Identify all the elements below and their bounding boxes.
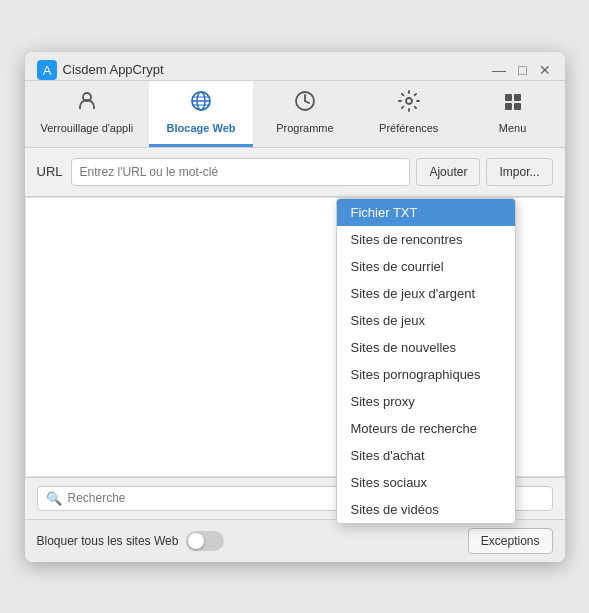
toolbar-item-app-lock[interactable]: Verrouillage d'appli (25, 81, 150, 147)
minimize-button[interactable]: — (490, 62, 508, 78)
search-icon: 🔍 (46, 491, 62, 506)
url-bar-area: URL Ajouter Impor... (25, 148, 565, 197)
toolbar-item-web-block[interactable]: Blocage Web (149, 81, 253, 147)
svg-rect-12 (505, 94, 512, 101)
dropdown-item-search[interactable]: Moteurs de recherche (337, 415, 515, 442)
dropdown-item-dating[interactable]: Sites de rencontres (337, 226, 515, 253)
footer-left: Bloquer tous les sites Web (37, 531, 225, 551)
svg-rect-14 (505, 103, 512, 110)
main-list-area: Fichier TXT Sites de rencontres Sites de… (25, 197, 565, 477)
exceptions-button[interactable]: Exceptions (468, 528, 553, 554)
dropdown-item-email[interactable]: Sites de courriel (337, 253, 515, 280)
dropdown-item-video[interactable]: Sites de vidéos (337, 496, 515, 523)
title-bar-left: A Cisdem AppCrypt (37, 60, 164, 80)
window-controls: — □ ✕ (490, 62, 552, 78)
url-label: URL (37, 164, 65, 179)
schedule-icon (293, 89, 317, 119)
app-lock-icon (75, 89, 99, 119)
toolbar-item-menu[interactable]: Menu (461, 81, 565, 147)
block-all-toggle[interactable] (186, 531, 224, 551)
block-all-label: Bloquer tous les sites Web (37, 534, 179, 548)
dropdown-item-proxy[interactable]: Sites proxy (337, 388, 515, 415)
dropdown-item-social[interactable]: Sites sociaux (337, 469, 515, 496)
dropdown-item-games[interactable]: Sites de jeux (337, 307, 515, 334)
dropdown-item-news[interactable]: Sites de nouvelles (337, 334, 515, 361)
url-input[interactable] (71, 158, 411, 186)
toolbar-label-app-lock: Verrouillage d'appli (41, 122, 134, 134)
toolbar-label-menu: Menu (499, 122, 527, 134)
close-button[interactable]: ✕ (537, 62, 553, 78)
svg-point-11 (406, 98, 412, 104)
svg-line-10 (305, 101, 309, 103)
toolbar-item-schedule[interactable]: Programme (253, 81, 357, 147)
url-row: URL Ajouter Impor... (37, 158, 553, 186)
dropdown-item-gambling[interactable]: Sites de jeux d'argent (337, 280, 515, 307)
svg-rect-13 (514, 94, 521, 101)
svg-text:A: A (42, 63, 51, 78)
dropdown-item-shopping[interactable]: Sites d'achat (337, 442, 515, 469)
svg-rect-15 (514, 103, 521, 110)
footer-bar: Bloquer tous les sites Web Exceptions (25, 519, 565, 562)
preferences-icon (397, 89, 421, 119)
main-window: A Cisdem AppCrypt — □ ✕ Verrouillage d'a… (25, 52, 565, 562)
title-bar: A Cisdem AppCrypt — □ ✕ (25, 52, 565, 81)
window-title: Cisdem AppCrypt (63, 62, 164, 77)
import-dropdown-menu: Fichier TXT Sites de rencontres Sites de… (336, 198, 516, 524)
dropdown-item-porn[interactable]: Sites pornographiques (337, 361, 515, 388)
web-block-icon (189, 89, 213, 119)
maximize-button[interactable]: □ (516, 62, 528, 78)
toolbar-label-preferences: Préférences (379, 122, 438, 134)
add-button[interactable]: Ajouter (416, 158, 480, 186)
import-button[interactable]: Impor... (486, 158, 552, 186)
menu-icon (501, 89, 525, 119)
toolbar-label-schedule: Programme (276, 122, 333, 134)
toolbar: Verrouillage d'appli Blocage Web (25, 81, 565, 148)
toolbar-item-preferences[interactable]: Préférences (357, 81, 461, 147)
dropdown-item-txt[interactable]: Fichier TXT (337, 199, 515, 226)
app-icon: A (37, 60, 57, 80)
toolbar-label-web-block: Blocage Web (167, 122, 236, 134)
